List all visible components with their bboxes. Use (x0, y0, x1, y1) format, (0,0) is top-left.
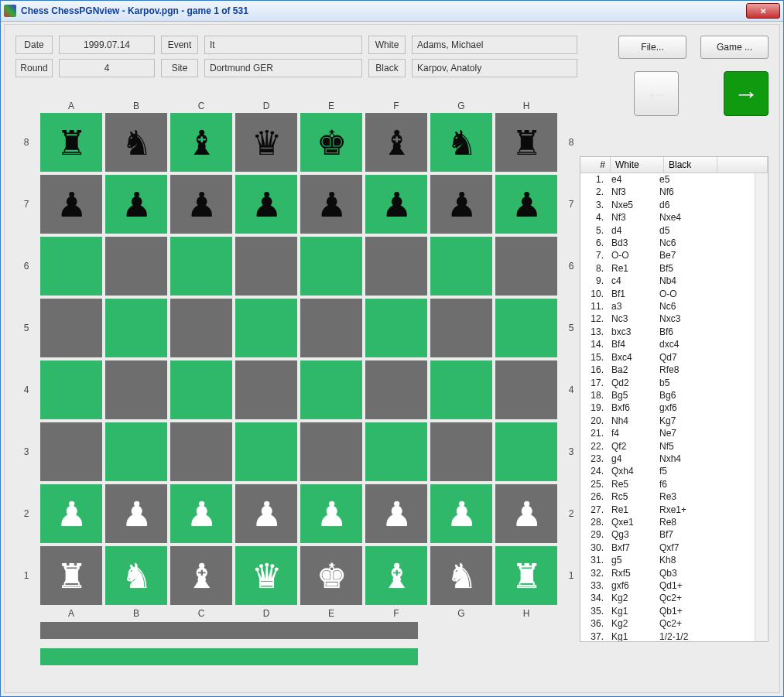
square-b2[interactable]: ♟ (105, 484, 167, 543)
square-e8[interactable]: ♚ (300, 113, 362, 172)
square-b7[interactable]: ♟ (105, 175, 167, 234)
move-row[interactable]: 21.f4Ne7 (580, 427, 755, 439)
square-b4[interactable] (105, 360, 167, 419)
square-c7[interactable]: ♟ (170, 175, 232, 234)
file-button[interactable]: File... (618, 36, 686, 59)
move-row[interactable]: 10.Bf1O-O (580, 288, 755, 300)
square-e5[interactable] (300, 299, 362, 357)
close-button[interactable]: ✕ (746, 3, 780, 19)
square-f4[interactable] (365, 360, 427, 419)
square-e3[interactable] (300, 422, 362, 481)
move-row[interactable]: 8.Re1Bf5 (580, 262, 755, 275)
square-f6[interactable] (365, 237, 427, 296)
move-row[interactable]: 23.g4Nxh4 (580, 453, 755, 465)
square-c5[interactable] (170, 299, 232, 357)
move-row[interactable]: 35.Kg1Qb1+ (580, 605, 755, 617)
square-h1[interactable]: ♜ (495, 546, 557, 605)
square-g2[interactable]: ♟ (430, 484, 492, 543)
move-row[interactable]: 7.O-OBe7 (580, 249, 755, 261)
move-row[interactable]: 13.bxc3Bf6 (580, 326, 755, 338)
move-row[interactable]: 36.Kg2Qc2+ (580, 617, 755, 630)
move-row[interactable]: 30.Bxf7Qxf7 (580, 542, 755, 554)
square-b8[interactable]: ♞ (105, 113, 167, 172)
square-d7[interactable]: ♟ (235, 175, 297, 234)
square-g4[interactable] (430, 360, 492, 419)
square-f5[interactable] (365, 299, 427, 357)
prev-move-button[interactable]: ← (634, 71, 679, 116)
square-d1[interactable]: ♛ (235, 546, 297, 605)
move-row[interactable]: 3.Nxe5d6 (580, 199, 755, 211)
square-e7[interactable]: ♟ (300, 175, 362, 234)
move-rows[interactable]: 1.e4e52.Nf3Nf63.Nxe5d64.Nf3Nxe45.d4d56.B… (580, 173, 755, 641)
move-row[interactable]: 24.Qxh4f5 (580, 465, 755, 477)
square-a6[interactable] (40, 237, 102, 296)
move-row[interactable]: 34.Kg2Qc2+ (580, 592, 755, 604)
square-f3[interactable] (365, 422, 427, 481)
move-row[interactable]: 18.Bg5Bg6 (580, 389, 755, 401)
square-e6[interactable] (300, 237, 362, 296)
square-h8[interactable]: ♜ (495, 113, 557, 172)
move-row[interactable]: 5.d4d5 (580, 224, 755, 237)
square-c4[interactable] (170, 360, 232, 419)
move-row[interactable]: 14.Bf4dxc4 (580, 338, 755, 350)
square-c1[interactable]: ♝ (170, 546, 232, 605)
move-row[interactable]: 6.Bd3Nc6 (580, 237, 755, 249)
square-d8[interactable]: ♛ (235, 113, 297, 172)
square-g8[interactable]: ♞ (430, 113, 492, 172)
move-row[interactable]: 32.Rxf5Qb3 (580, 567, 755, 579)
chess-board[interactable]: ♜♞♝♛♚♝♞♜♟♟♟♟♟♟♟♟♟♟♟♟♟♟♟♟♜♞♝♛♚♝♞♜ (40, 113, 557, 605)
square-b5[interactable] (105, 299, 167, 357)
square-a3[interactable] (40, 422, 102, 481)
square-c8[interactable]: ♝ (170, 113, 232, 172)
move-row[interactable]: 16.Ba2Rfe8 (580, 364, 755, 376)
square-e2[interactable]: ♟ (300, 484, 362, 543)
square-e1[interactable]: ♚ (300, 546, 362, 605)
square-g3[interactable] (430, 422, 492, 481)
square-h4[interactable] (495, 360, 557, 419)
move-row[interactable]: 17.Qd2b5 (580, 377, 755, 389)
square-c6[interactable] (170, 237, 232, 296)
square-h2[interactable]: ♟ (495, 484, 557, 543)
move-row[interactable]: 11.a3Nc6 (580, 300, 755, 313)
move-row[interactable]: 20.Nh4Kg7 (580, 415, 755, 427)
square-h6[interactable] (495, 237, 557, 296)
square-c3[interactable] (170, 422, 232, 481)
square-c2[interactable]: ♟ (170, 484, 232, 543)
scrollbar[interactable] (755, 173, 768, 641)
move-row[interactable]: 9.c4Nb4 (580, 275, 755, 287)
square-f8[interactable]: ♝ (365, 113, 427, 172)
square-h7[interactable]: ♟ (495, 175, 557, 234)
square-e4[interactable] (300, 360, 362, 419)
move-row[interactable]: 26.Rc5Re3 (580, 490, 755, 503)
square-f7[interactable]: ♟ (365, 175, 427, 234)
move-row[interactable]: 2.Nf3Nf6 (580, 186, 755, 198)
square-a8[interactable]: ♜ (40, 113, 102, 172)
square-b6[interactable] (105, 237, 167, 296)
square-d6[interactable] (235, 237, 297, 296)
move-list[interactable]: # White Black 1.e4e52.Nf3Nf63.Nxe5d64.Nf… (580, 156, 769, 642)
move-row[interactable]: 33.gxf6Qd1+ (580, 579, 755, 592)
move-row[interactable]: 19.Bxf6gxf6 (580, 401, 755, 414)
square-d5[interactable] (235, 299, 297, 357)
game-button[interactable]: Game ... (700, 36, 769, 59)
move-row[interactable]: 12.Nc3Nxc3 (580, 313, 755, 325)
move-row[interactable]: 37.Kg11/2-1/2 (580, 630, 755, 641)
square-f2[interactable]: ♟ (365, 484, 427, 543)
square-d4[interactable] (235, 360, 297, 419)
move-row[interactable]: 15.Bxc4Qd7 (580, 351, 755, 364)
square-a7[interactable]: ♟ (40, 175, 102, 234)
square-d3[interactable] (235, 422, 297, 481)
move-row[interactable]: 25.Re5f6 (580, 478, 755, 490)
next-move-button[interactable]: → (724, 71, 769, 116)
move-row[interactable]: 1.e4e5 (580, 173, 755, 186)
square-b3[interactable] (105, 422, 167, 481)
square-d2[interactable]: ♟ (235, 484, 297, 543)
move-row[interactable]: 28.Qxe1Re8 (580, 516, 755, 528)
move-row[interactable]: 4.Nf3Nxe4 (580, 211, 755, 224)
square-g5[interactable] (430, 299, 492, 357)
square-a4[interactable] (40, 360, 102, 419)
square-g7[interactable]: ♟ (430, 175, 492, 234)
square-g1[interactable]: ♞ (430, 546, 492, 605)
square-b1[interactable]: ♞ (105, 546, 167, 605)
square-g6[interactable] (430, 237, 492, 296)
